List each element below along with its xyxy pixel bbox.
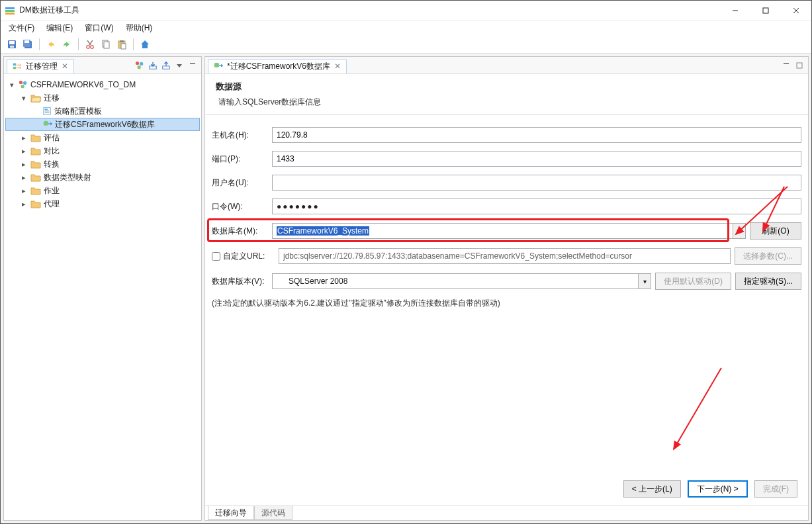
copy-icon[interactable] [99, 37, 113, 52]
minimize-editor-icon[interactable] [780, 60, 792, 71]
finish-button: 完成(F) [754, 480, 797, 498]
import-icon[interactable] [147, 60, 159, 71]
tree-node-typemap[interactable]: ▸ 数据类型映射 [5, 171, 200, 184]
template-icon [42, 107, 52, 116]
tab-wizard[interactable]: 迁移向导 [208, 506, 254, 520]
svg-rect-19 [121, 44, 126, 49]
menu-file[interactable]: 文件(F) [3, 21, 40, 35]
window-title: DM数据迁移工具 [19, 5, 720, 16]
tree-node-migrate-db[interactable]: 迁移CSFrameworkV6数据库 [5, 118, 200, 131]
migration-icon [13, 62, 22, 71]
minimize-button[interactable] [720, 1, 750, 21]
password-label: 口令(W): [212, 201, 268, 212]
tree-node-migrate[interactable]: ▾ 迁移 [5, 91, 200, 105]
left-tab-title: 迁移管理 [26, 61, 58, 72]
minimize-view-icon[interactable] [187, 60, 199, 71]
tab-source[interactable]: 源代码 [254, 506, 293, 520]
svg-rect-38 [797, 63, 802, 68]
cluster-icon [19, 80, 28, 89]
paste-icon[interactable] [114, 37, 129, 52]
tree-node-strategy[interactable]: 策略配置模板 [5, 105, 200, 118]
host-input[interactable] [272, 127, 801, 143]
collapse-icon[interactable]: ▾ [20, 94, 28, 103]
expand-icon[interactable]: ▸ [20, 187, 28, 195]
folder-icon [30, 159, 41, 169]
custom-url-checkbox[interactable] [212, 252, 220, 261]
svg-point-13 [87, 45, 90, 48]
app-icon [5, 5, 15, 16]
svg-rect-21 [13, 67, 16, 69]
body: 迁移管理 ✕ ▾ CSFRAMEWORKV6_TO_DM [1, 54, 811, 523]
save-all-icon[interactable] [21, 37, 35, 52]
next-button[interactable]: 下一步(N) > [688, 480, 748, 498]
expand-icon[interactable]: ▸ [20, 200, 28, 208]
right-pane: *迁移CSFrameworkV6数据库 ✕ 数据源 请输入SQLServer数据… [204, 56, 809, 521]
tree-node-compare[interactable]: ▸ 对比 [5, 144, 200, 157]
maximize-button[interactable] [750, 1, 781, 21]
host-label: 主机名(H): [212, 130, 268, 141]
database-label: 数据库名(M): [212, 226, 268, 237]
folder-open-icon [30, 93, 41, 103]
svg-rect-12 [24, 40, 29, 43]
svg-rect-32 [45, 109, 48, 110]
tree-root[interactable]: ▾ CSFRAMEWORKV6_TO_DM [5, 78, 200, 91]
undo-icon[interactable] [44, 37, 58, 52]
save-icon[interactable] [5, 37, 19, 52]
left-pane-tab[interactable]: 迁移管理 ✕ [7, 59, 74, 73]
expand-icon[interactable]: ▸ [20, 160, 28, 169]
toolbar [1, 35, 811, 54]
prev-button[interactable]: < 上一步(L) [623, 480, 681, 498]
close-tab-icon[interactable]: ✕ [334, 62, 341, 71]
user-input[interactable] [272, 175, 801, 191]
close-button[interactable] [781, 1, 811, 21]
export-icon[interactable] [160, 60, 172, 71]
nav-tree[interactable]: ▾ CSFRAMEWORKV6_TO_DM ▾ 迁移 策略配置模板 [4, 74, 201, 520]
port-input[interactable] [272, 151, 801, 167]
tree-node-convert[interactable]: ▸ 转换 [5, 157, 200, 171]
svg-rect-26 [163, 66, 170, 68]
menu-edit[interactable]: 编辑(E) [41, 21, 78, 35]
custom-url-label: 自定义URL: [223, 251, 265, 262]
svg-point-30 [21, 85, 24, 88]
bottom-tabs: 迁移向导 源代码 [205, 505, 808, 520]
expand-icon[interactable]: ▸ [20, 134, 28, 142]
svg-point-24 [138, 66, 141, 69]
database-combo[interactable]: CSFrameworkV6_System [272, 223, 733, 239]
svg-rect-27 [190, 63, 195, 64]
migrate-db-icon [214, 62, 223, 71]
specify-driver-button[interactable]: 指定驱动(S)... [735, 273, 801, 290]
view-menu-icon[interactable] [173, 60, 185, 71]
default-driver-button: 使用默认驱动(D) [655, 273, 731, 290]
svg-rect-20 [13, 64, 16, 66]
svg-point-23 [140, 62, 143, 65]
svg-rect-9 [10, 46, 14, 48]
cluster-icon[interactable] [134, 60, 146, 71]
svg-rect-2 [5, 13, 15, 15]
home-icon[interactable] [138, 37, 152, 52]
left-pane: 迁移管理 ✕ ▾ CSFRAMEWORKV6_TO_DM [3, 56, 202, 521]
tree-node-proxy[interactable]: ▸ 代理 [5, 197, 200, 210]
cut-icon[interactable] [83, 37, 97, 52]
expand-icon[interactable]: ▸ [20, 173, 28, 182]
collapse-icon[interactable]: ▾ [8, 81, 16, 89]
dropdown-icon[interactable]: ▾ [638, 273, 651, 289]
editor-tab[interactable]: *迁移CSFrameworkV6数据库 ✕ [208, 59, 347, 73]
maximize-editor-icon[interactable] [793, 60, 805, 71]
close-tab-icon[interactable]: ✕ [62, 62, 68, 71]
db-version-combo[interactable]: SQLServer 2008 [272, 273, 638, 289]
tree-node-job[interactable]: ▸ 作业 [5, 184, 200, 197]
svg-point-22 [136, 61, 139, 64]
svg-rect-8 [9, 41, 15, 44]
separator [133, 38, 134, 50]
menu-window[interactable]: 窗口(W) [79, 21, 118, 35]
editor-tab-title: *迁移CSFrameworkV6数据库 [227, 61, 330, 72]
tree-node-evaluate[interactable]: ▸ 评估 [5, 131, 200, 144]
driver-note: (注:给定的默认驱动版本为6.2,建议通过"指定驱动"修改为所连接数据库自带的驱… [212, 298, 801, 309]
redo-icon[interactable] [60, 37, 74, 52]
select-params-button: 选择参数(C)... [735, 247, 801, 265]
password-input[interactable]: ●●●●●●● [272, 198, 801, 214]
menu-help[interactable]: 帮助(H) [120, 21, 158, 35]
dropdown-icon[interactable]: ▾ [733, 223, 746, 239]
refresh-button[interactable]: 刷新(O) [750, 222, 801, 240]
expand-icon[interactable]: ▸ [20, 147, 28, 155]
